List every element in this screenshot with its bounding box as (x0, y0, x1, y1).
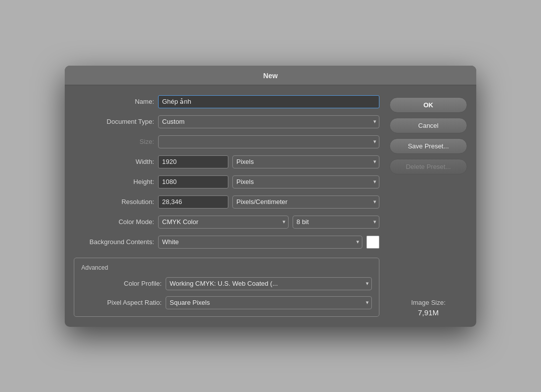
advanced-title: Advanced (81, 264, 372, 271)
color-profile-select[interactable]: Working CMYK: U.S. Web Coated (... (166, 277, 372, 290)
background-group: White (158, 236, 379, 249)
resolution-row: Resolution: Pixels/Centimeter (74, 195, 379, 209)
new-document-dialog: New Name: Document Type: Custom Size: (65, 66, 476, 327)
pixel-aspect-ratio-label: Pixel Aspect Ratio: (81, 299, 162, 306)
resolution-input[interactable] (158, 195, 228, 209)
size-select[interactable] (158, 135, 379, 148)
pixel-aspect-ratio-wrapper: Square Pixels (166, 296, 372, 309)
save-preset-button[interactable]: Save Preset... (389, 138, 467, 154)
background-color-swatch[interactable] (366, 236, 379, 249)
delete-preset-button[interactable]: Delete Preset... (389, 159, 467, 174)
background-select-wrapper: White (158, 236, 362, 249)
advanced-rows: Color Profile: Working CMYK: U.S. Web Co… (81, 277, 372, 309)
form-area: Name: Document Type: Custom Size: (74, 95, 379, 317)
height-unit-wrapper: Pixels (232, 175, 379, 188)
image-size-area: Image Size: 7,91M (389, 289, 467, 317)
resolution-unit-select[interactable]: Pixels/Centimeter (232, 195, 379, 209)
color-mode-label: Color Mode: (74, 218, 154, 226)
height-input[interactable] (158, 175, 228, 188)
height-label: Height: (74, 178, 154, 185)
image-size-label: Image Size: (389, 299, 467, 306)
width-unit-select[interactable]: Pixels (232, 155, 379, 168)
color-mode-group: CMYK Color 8 bit (158, 216, 379, 229)
document-type-label: Document Type: (74, 118, 154, 125)
title-text: New (263, 72, 278, 80)
background-contents-select[interactable]: White (158, 236, 362, 249)
height-unit-select[interactable]: Pixels (232, 175, 379, 188)
background-contents-label: Background Contents: (74, 238, 154, 246)
width-label: Width: (74, 158, 154, 165)
color-mode-wrapper: CMYK Color (158, 216, 289, 229)
color-mode-row: Color Mode: CMYK Color 8 bit (74, 216, 379, 229)
document-type-select-wrapper: Custom (158, 115, 379, 128)
document-type-row: Document Type: Custom (74, 115, 379, 128)
resolution-unit-wrapper: Pixels/Centimeter (232, 195, 379, 209)
ok-button[interactable]: OK (389, 97, 467, 113)
pixel-aspect-ratio-row: Pixel Aspect Ratio: Square Pixels (81, 296, 372, 309)
width-input[interactable] (158, 155, 228, 168)
image-size-value: 7,91M (389, 308, 467, 317)
width-row: Width: Pixels (74, 155, 379, 168)
color-profile-label: Color Profile: (81, 280, 162, 287)
resolution-label: Resolution: (74, 198, 154, 206)
bit-depth-select[interactable]: 8 bit (293, 216, 379, 229)
size-row: Size: (74, 135, 379, 148)
resolution-group: Pixels/Centimeter (158, 195, 379, 209)
size-select-wrapper (158, 135, 379, 148)
name-input[interactable] (158, 95, 379, 108)
background-contents-row: Background Contents: White (74, 236, 379, 249)
width-unit-wrapper: Pixels (232, 155, 379, 168)
color-profile-wrapper: Working CMYK: U.S. Web Coated (... (166, 277, 372, 290)
color-profile-row: Color Profile: Working CMYK: U.S. Web Co… (81, 277, 372, 290)
document-type-select[interactable]: Custom (158, 115, 379, 128)
bit-depth-wrapper: 8 bit (293, 216, 379, 229)
color-mode-select[interactable]: CMYK Color (158, 216, 289, 229)
width-group: Pixels (158, 155, 379, 168)
cancel-button[interactable]: Cancel (389, 118, 467, 133)
advanced-section: Advanced Color Profile: Working CMYK: U.… (74, 258, 379, 317)
sidebar: OK Cancel Save Preset... Delete Preset..… (389, 95, 467, 317)
height-row: Height: Pixels (74, 175, 379, 188)
dialog-title: New (65, 66, 476, 85)
name-row: Name: (74, 95, 379, 108)
size-label: Size: (74, 138, 154, 145)
name-label: Name: (74, 98, 154, 105)
height-group: Pixels (158, 175, 379, 188)
pixel-aspect-ratio-select[interactable]: Square Pixels (166, 296, 372, 309)
